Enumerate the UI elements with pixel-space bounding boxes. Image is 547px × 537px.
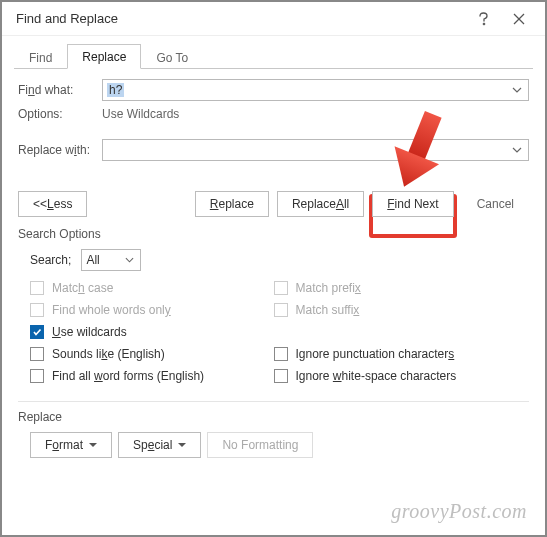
- search-direction-value: All: [86, 253, 99, 267]
- cancel-button[interactable]: Cancel: [462, 191, 529, 217]
- match-case-checkbox: Match case: [30, 281, 274, 295]
- find-what-value: h?: [107, 83, 124, 97]
- button-row: << Less Replace Replace All Find Next Ca…: [2, 169, 545, 225]
- replace-with-label: Replace with:: [18, 143, 102, 157]
- find-what-label: Find what:: [18, 83, 102, 97]
- divider: [18, 401, 529, 402]
- find-next-button[interactable]: Find Next: [372, 191, 453, 217]
- replace-section-title: Replace: [18, 410, 529, 424]
- ignore-whitespace-checkbox[interactable]: Ignore white-space characters: [274, 369, 518, 383]
- match-suffix-checkbox: Match suffix: [274, 303, 518, 317]
- find-what-input[interactable]: h?: [102, 79, 529, 101]
- chevron-down-icon[interactable]: [508, 140, 526, 160]
- chevron-down-icon[interactable]: [122, 257, 136, 263]
- help-button[interactable]: [465, 2, 501, 36]
- tab-strip: Find Replace Go To: [2, 40, 545, 68]
- options-label: Options:: [18, 107, 102, 121]
- less-button[interactable]: << Less: [18, 191, 87, 217]
- no-formatting-button: No Formatting: [207, 432, 313, 458]
- tab-find-label: Find: [29, 51, 52, 65]
- chevron-down-icon[interactable]: [508, 80, 526, 100]
- match-prefix-checkbox: Match prefix: [274, 281, 518, 295]
- tab-find[interactable]: Find: [14, 45, 67, 69]
- tab-replace-label: Replace: [82, 50, 126, 64]
- close-button[interactable]: [501, 2, 537, 36]
- replace-all-button[interactable]: Replace All: [277, 191, 364, 217]
- tab-replace[interactable]: Replace: [67, 44, 141, 69]
- special-button[interactable]: Special: [118, 432, 201, 458]
- window-title: Find and Replace: [16, 11, 465, 26]
- titlebar: Find and Replace: [2, 2, 545, 36]
- form-area: Find what: h? Options: Use Wildcards Rep…: [2, 69, 545, 169]
- search-options-columns: Match case Find whole words only Use wil…: [2, 281, 545, 391]
- search-direction-select[interactable]: All: [81, 249, 141, 271]
- search-options-title: Search Options: [2, 227, 545, 241]
- format-button[interactable]: Format: [30, 432, 112, 458]
- options-value: Use Wildcards: [102, 107, 179, 121]
- sounds-like-checkbox[interactable]: Sounds like (English): [30, 347, 274, 361]
- word-forms-checkbox[interactable]: Find all word forms (English): [30, 369, 274, 383]
- replace-section: Replace Format Special No Formatting: [2, 410, 545, 468]
- tab-goto-label: Go To: [156, 51, 188, 65]
- replace-button[interactable]: Replace: [195, 191, 269, 217]
- whole-words-checkbox: Find whole words only: [30, 303, 274, 317]
- replace-with-input[interactable]: [102, 139, 529, 161]
- search-direction-label: Search;: [30, 253, 71, 267]
- svg-point-0: [483, 23, 485, 25]
- ignore-punctuation-checkbox[interactable]: Ignore punctuation characters: [274, 347, 518, 361]
- use-wildcards-checkbox[interactable]: Use wildcards: [30, 325, 274, 339]
- tab-goto[interactable]: Go To: [141, 45, 203, 69]
- watermark: groovyPost.com: [391, 500, 527, 523]
